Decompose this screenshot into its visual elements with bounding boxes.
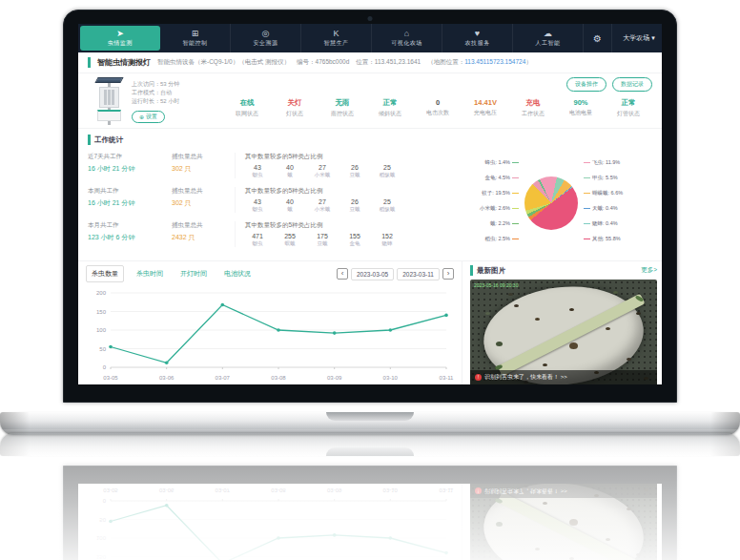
catch-label: 捕虫量总共: [172, 187, 235, 196]
species-item: 26豆蛾: [342, 198, 367, 213]
status-label: 工作状态: [509, 110, 557, 118]
species-count: 43: [245, 198, 270, 205]
svg-text:03-09: 03-09: [327, 375, 342, 381]
pie-chart: [524, 176, 578, 230]
farm-selector-dropdown[interactable]: 大学农场 ▾: [612, 24, 662, 52]
species-item: 27小米蛾: [310, 198, 335, 213]
laptop-base: [0, 412, 740, 435]
svg-text:03-08: 03-08: [271, 375, 286, 381]
nav-item-trace[interactable]: ◎安全溯源: [231, 24, 301, 52]
species-count: 25: [375, 198, 400, 205]
trap-bar: [497, 492, 645, 560]
distribution-title: 其中数量较多的5种类占比例: [245, 153, 450, 161]
tab-2[interactable]: 开灯时间: [175, 266, 212, 281]
nav-item-ai[interactable]: ☁人工智能: [513, 24, 584, 52]
photo-panel-header: 最新图片 更多>: [470, 265, 657, 276]
device-subtitle: 智能虫情设备（米-CQ9-1/0）（电击式 测报仪）: [157, 58, 290, 67]
svg-text:0: 0: [103, 364, 107, 370]
pie-label: 小米蛾: 2.6%: [480, 205, 519, 212]
pie-leader-line: [512, 223, 519, 224]
svg-text:03-11: 03-11: [440, 375, 454, 381]
svg-text:03-10: 03-10: [383, 375, 399, 381]
photo-panel: 最新图片 更多> 2023-05-16 09:20:30: [462, 261, 662, 384]
nav-item-label: 可视化农场: [391, 39, 422, 48]
status-item: 14.41V光电电压: [462, 98, 509, 118]
nav-item-cursor[interactable]: ➤虫情监测: [80, 26, 160, 51]
svg-text:150: 150: [96, 554, 107, 560]
alert-text[interactable]: 识别到害虫来了，快来看看！ >>: [484, 373, 567, 382]
settings-button[interactable]: ⊕ 设置: [132, 111, 165, 123]
species-count: 26: [342, 164, 367, 171]
nav-item-farm[interactable]: ⌂可视化农场: [372, 24, 442, 52]
species-name: 蚜虫: [245, 206, 270, 213]
pie-leader-line: [584, 223, 590, 224]
bottom-panels: 杀虫数量杀虫时间开灯时间电池状况 ‹ 2023-03-05 2023-03-11…: [78, 484, 662, 560]
nav-item-service[interactable]: ♥农技服务: [442, 24, 513, 52]
catch-label: 捕虫量总共: [172, 221, 235, 230]
status-value: 0: [414, 98, 462, 107]
accent-bar: [88, 135, 91, 145]
pie-area: 蜂虫: 1.4%金龟: 4.5%蚊子: 19.5%小米蛾: 2.6%蛾: 2.2…: [450, 148, 652, 259]
species-list: 43蚜虫40蛾27小米蛾26豆蛾25稻纵蛾: [245, 198, 450, 213]
map-link[interactable]: 113.45115723.154724: [464, 58, 525, 65]
tab-0[interactable]: 杀虫数量: [86, 265, 124, 282]
species-count: 27: [310, 164, 335, 171]
svg-text:03-05: 03-05: [103, 487, 118, 493]
svg-text:03-05: 03-05: [103, 375, 118, 381]
pie-label: 蜂虫: 1.4%: [484, 159, 519, 166]
device-action-button-0[interactable]: 设备操作: [566, 77, 606, 92]
period-label: 近7天共工作: [88, 153, 172, 161]
species-item: 255螟蛾: [278, 233, 302, 247]
gear-icon[interactable]: ⚙: [584, 24, 612, 52]
distribution-title: 其中数量较多的5种类占比例: [245, 221, 450, 230]
species-count: 155: [342, 233, 367, 239]
species-name: 蚜虫: [245, 240, 270, 247]
line-chart-svg: 05010015020003-0503-0603-0703-0803-0903-…: [86, 484, 454, 560]
species-item: 175豆蛾: [310, 233, 335, 247]
device-location-value: 113.451,23.1641: [375, 58, 421, 65]
svg-text:0: 0: [103, 498, 107, 504]
svg-text:200: 200: [96, 290, 107, 296]
species-distribution: 其中数量较多的5种类占比例43蚜虫40蛾27小米蛾26豆蛾25稻纵蛾: [235, 153, 450, 178]
pie-label: 稻虫: 2.5%: [484, 236, 519, 242]
device-actions: 设备操作数据记录: [223, 77, 652, 92]
pie-leader-line: [512, 162, 519, 163]
alert-icon: !: [475, 374, 482, 381]
nav-item-label: 农技服务: [465, 39, 490, 48]
nav-item-production[interactable]: K智慧生产: [301, 24, 372, 52]
device-map-location: （地图位置：113.45115723.154724）: [427, 58, 532, 67]
pie-label: 金龟: 4.5%: [484, 175, 519, 181]
tab-3[interactable]: 电池状况: [219, 266, 256, 281]
date-from-input[interactable]: 2023-03-05: [351, 268, 394, 280]
status-item: 关灯灯状态: [271, 98, 319, 118]
base-slab: [0, 433, 740, 456]
next-date-button[interactable]: ›: [442, 268, 454, 280]
prev-date-button[interactable]: ‹: [337, 268, 348, 280]
period-duration: 16 小时 21 分钟: [88, 164, 172, 174]
pie-leader-line: [512, 193, 519, 194]
more-link[interactable]: 更多>: [641, 266, 657, 275]
laptop-base: [0, 433, 740, 456]
species-list: 43蚜虫40蛾27小米蛾26豆蛾25稻纵蛾: [245, 164, 450, 178]
species-item: 25稻纵蛾: [375, 164, 400, 178]
period-duration: 123 小时 6 分钟: [88, 233, 172, 242]
date-to-input[interactable]: 2023-03-11: [397, 268, 440, 280]
work-period: 本月共工作123 小时 6 分钟: [88, 221, 172, 242]
status-item: 90%电池电量: [557, 98, 605, 118]
device-action-button-1[interactable]: 数据记录: [612, 77, 652, 92]
pie-label: 蚊子: 19.5%: [482, 190, 519, 197]
map-open-paren: （地图位置：: [427, 58, 464, 65]
svg-text:100: 100: [96, 327, 107, 333]
nav-menu: ➤虫情监测⊞智能控制◎安全溯源K智慧生产⌂可视化农场♥农技服务☁人工智能: [78, 24, 584, 52]
status-item: 正常倾斜状态: [366, 98, 414, 118]
dashboard-screen: ➤虫情监测⊞智能控制◎安全溯源K智慧生产⌂可视化农场♥农技服务☁人工智能 ⚙ 大…: [78, 24, 662, 384]
device-title: 智能虫情测报灯: [97, 57, 151, 68]
dashboard-screen: ➤虫情监测⊞智能控制◎安全溯源K智慧生产⌂可视化农场♥农技服务☁人工智能 ⚙ 大…: [78, 484, 662, 560]
species-count: 152: [375, 233, 400, 239]
production-icon: K: [333, 29, 339, 38]
nav-item-panel[interactable]: ⊞智能控制: [160, 24, 231, 52]
tab-1[interactable]: 杀虫时间: [132, 266, 168, 281]
base-notch: [326, 447, 414, 456]
trap-photo[interactable]: 2023-05-16 09:20:30 ! 识别到害虫来了，快来看看！ >> 2…: [470, 280, 657, 384]
species-item: 40蛾: [278, 198, 302, 213]
